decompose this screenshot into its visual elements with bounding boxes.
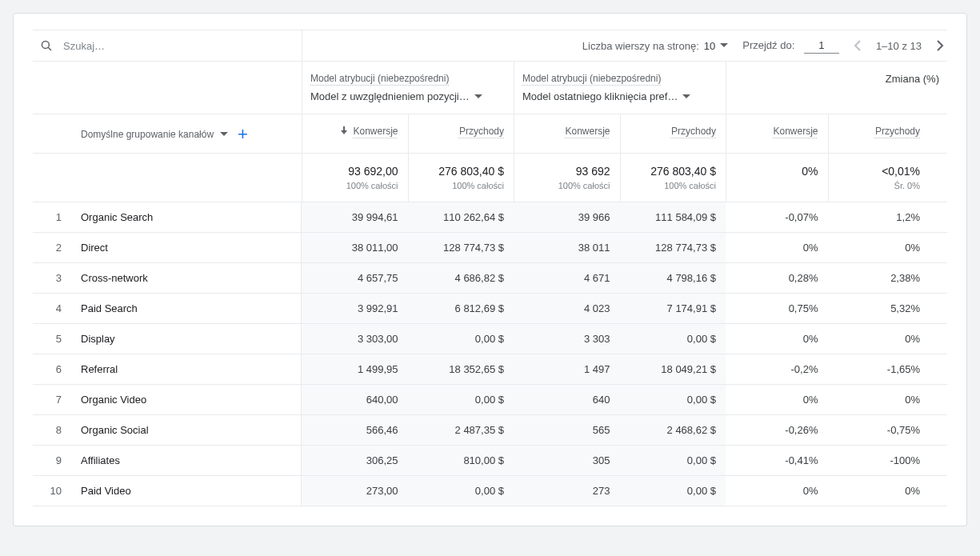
row-conv-2: 305 [514, 446, 620, 475]
search-input[interactable] [63, 40, 223, 52]
attribution-col-2: Model atrybucji (niebezpośredni) Model o… [514, 62, 726, 114]
row-index: 3 [33, 263, 71, 293]
top-row: Liczba wierszy na stronę: 10 Przejdź do:… [33, 30, 947, 62]
row-rev-change: 0% [828, 324, 930, 354]
row-index: 1 [33, 202, 71, 232]
row-conv-2: 640 [514, 385, 620, 414]
goto-control: Przejdź do: [742, 38, 839, 54]
row-rev-change: 0% [828, 476, 930, 506]
row-channel-name: Cross-network [71, 263, 302, 293]
table-row[interactable]: 7Organic Video640,000,00 $6400,00 $0%0% [33, 385, 947, 415]
row-rev-change: -0,75% [828, 415, 930, 445]
row-conv-1: 640,00 [302, 385, 408, 414]
col-revenue-1[interactable]: Przychody [408, 114, 514, 153]
row-conv-2: 4 023 [514, 294, 620, 323]
total-rev-change: <0,01%Śr. 0% [828, 154, 930, 202]
row-conv-2: 565 [514, 415, 620, 445]
attribution-label-2: Model atrybucji (niebezpośredni) [522, 73, 718, 84]
row-conv-1: 39 994,61 [302, 202, 408, 232]
row-conv-change: -0,07% [726, 202, 828, 232]
add-dimension-button[interactable]: + [238, 126, 248, 143]
row-index: 5 [33, 324, 71, 354]
row-conv-1: 4 657,75 [302, 263, 408, 293]
row-channel-name: Affiliates [71, 446, 302, 475]
col-conversions-2[interactable]: Konwersje [514, 114, 620, 153]
row-conv-1: 1 499,95 [302, 354, 408, 384]
row-rev-2: 2 468,62 $ [620, 415, 726, 445]
row-rev-change: 5,32% [828, 294, 930, 323]
caret-down-icon [474, 94, 482, 99]
goto-label: Przejdź do: [742, 39, 794, 51]
row-conv-2: 1 497 [514, 354, 620, 384]
rows-per-page-value: 10 [704, 40, 715, 52]
row-conv-change: -0,41% [726, 446, 828, 475]
caret-down-icon [682, 94, 690, 99]
row-rev-change: -100% [828, 446, 930, 475]
row-conv-change: 0% [726, 324, 828, 354]
row-channel-name: Organic Search [71, 202, 302, 232]
col-revenue-change[interactable]: Przychody [828, 114, 930, 153]
row-index: 7 [33, 385, 71, 414]
metrics-header: Domyślne grupowanie kanałów + Konwersje … [33, 114, 947, 154]
total-rev-2: 276 803,40 $100% całości [620, 154, 726, 202]
report-card: Liczba wierszy na stronę: 10 Przejdź do:… [13, 13, 967, 526]
attribution-col-1: Model atrybucji (niebezpośredni) Model z… [302, 62, 514, 114]
pager: Liczba wierszy na stronę: 10 Przejdź do:… [302, 30, 947, 61]
row-rev-change: 2,38% [828, 263, 930, 293]
total-conv-1: 93 692,00100% całości [302, 154, 408, 202]
rows-per-page-label: Liczba wierszy na stronę: [582, 40, 699, 52]
table-row[interactable]: 1Organic Search39 994,61110 262,64 $39 9… [33, 202, 947, 233]
table-row[interactable]: 2Direct38 011,00128 774,73 $38 011128 77… [33, 233, 947, 263]
row-channel-name: Organic Social [71, 415, 302, 445]
row-conv-1: 273,00 [302, 476, 408, 506]
row-rev-1: 6 812,69 $ [408, 294, 514, 323]
total-conv-change: 0% [726, 154, 828, 202]
row-rev-1: 0,00 $ [408, 385, 514, 414]
row-index: 9 [33, 446, 71, 475]
change-header: Zmiana (%) [726, 62, 947, 114]
row-rev-1: 0,00 $ [408, 476, 514, 506]
row-rev-1: 4 686,82 $ [408, 263, 514, 293]
col-conversions-1[interactable]: Konwersje [302, 114, 408, 153]
row-rev-1: 18 352,65 $ [408, 354, 514, 384]
data-rows: 1Organic Search39 994,61110 262,64 $39 9… [33, 202, 947, 506]
rows-per-page[interactable]: Liczba wierszy na stronę: 10 [582, 40, 728, 52]
search-box[interactable] [33, 30, 302, 61]
row-channel-name: Display [71, 324, 302, 354]
row-index: 2 [33, 233, 71, 262]
row-index: 10 [33, 476, 71, 506]
row-conv-2: 3 303 [514, 324, 620, 354]
row-conv-change: -0,2% [726, 354, 828, 384]
row-channel-name: Referral [71, 354, 302, 384]
table-row[interactable]: 3Cross-network4 657,754 686,82 $4 6714 7… [33, 263, 947, 294]
table-row[interactable]: 10Paid Video273,000,00 $2730,00 $0%0% [33, 476, 947, 506]
row-conv-2: 39 966 [514, 202, 620, 232]
goto-input[interactable] [804, 38, 839, 54]
total-rev-1: 276 803,40 $100% całości [408, 154, 514, 202]
model-selector-2[interactable]: Model ostatniego kliknięcia pref… [522, 90, 718, 102]
dimension-header[interactable]: Domyślne grupowanie kanałów + [33, 114, 302, 153]
next-page-button[interactable] [936, 39, 944, 52]
row-rev-2: 18 049,21 $ [620, 354, 726, 384]
prev-page-button[interactable] [854, 39, 862, 52]
table-row[interactable]: 5Display3 303,000,00 $3 3030,00 $0%0% [33, 324, 947, 354]
table-row[interactable]: 8Organic Social566,462 487,35 $5652 468,… [33, 415, 947, 446]
model-selector-1[interactable]: Model z uwzględnieniem pozycji… [310, 90, 506, 102]
caret-down-icon[interactable] [720, 43, 728, 48]
row-index: 6 [33, 354, 71, 384]
row-channel-name: Organic Video [71, 385, 302, 414]
row-rev-2: 4 798,16 $ [620, 263, 726, 293]
row-index: 8 [33, 415, 71, 445]
col-conversions-change[interactable]: Konwersje [726, 114, 828, 153]
row-index: 4 [33, 294, 71, 323]
attribution-label-1: Model atrybucji (niebezpośredni) [310, 73, 506, 84]
table-row[interactable]: 6Referral1 499,9518 352,65 $1 49718 049,… [33, 354, 947, 385]
table-row[interactable]: 4Paid Search3 992,916 812,69 $4 0237 174… [33, 294, 947, 324]
svg-point-0 [42, 41, 49, 48]
row-rev-1: 110 262,64 $ [408, 202, 514, 232]
caret-down-icon [220, 132, 228, 137]
col-revenue-2[interactable]: Przychody [620, 114, 726, 153]
row-rev-1: 810,00 $ [408, 446, 514, 475]
row-rev-2: 0,00 $ [620, 476, 726, 506]
table-row[interactable]: 9Affiliates306,25810,00 $3050,00 $-0,41%… [33, 446, 947, 476]
